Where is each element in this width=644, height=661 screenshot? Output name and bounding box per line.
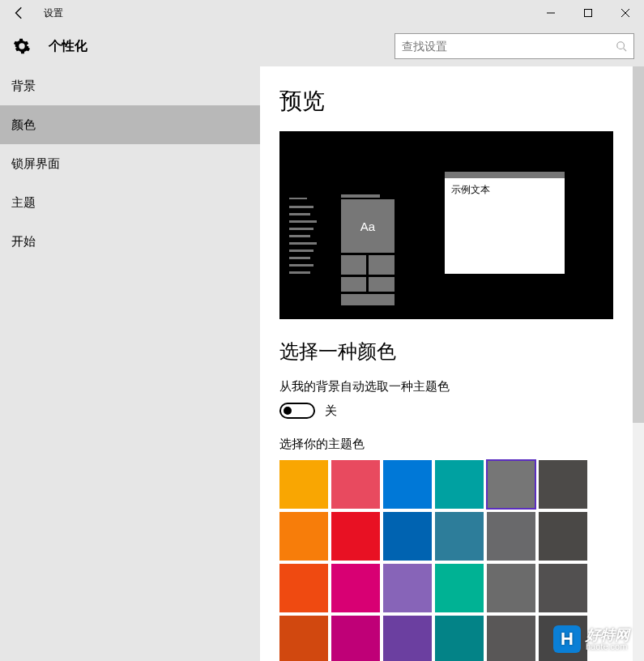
choose-accent-label: 选择你的主题色 <box>279 437 625 452</box>
color-swatch[interactable] <box>383 460 432 509</box>
sidebar-item-colors[interactable]: 颜色 <box>0 105 260 144</box>
color-swatches <box>279 460 594 661</box>
color-swatch[interactable] <box>279 460 328 509</box>
sidebar: 背景 颜色 锁屏界面 主题 开始 <box>0 66 260 661</box>
preview-tile-text: Aa <box>341 199 395 253</box>
color-swatch[interactable] <box>279 564 328 612</box>
color-swatch[interactable] <box>331 616 380 661</box>
preview-sample-text: 示例文本 <box>445 178 565 202</box>
close-button[interactable] <box>607 0 644 26</box>
scrollbar[interactable] <box>633 66 644 661</box>
sidebar-item-lockscreen[interactable]: 锁屏界面 <box>0 144 260 183</box>
color-swatch[interactable] <box>383 564 432 612</box>
color-swatch[interactable] <box>435 616 484 661</box>
preview-pane: Aa 示例文本 <box>279 131 613 319</box>
color-swatch[interactable] <box>331 564 380 612</box>
back-button[interactable] <box>0 0 39 26</box>
svg-point-4 <box>617 42 625 49</box>
window-title: 设置 <box>44 6 63 20</box>
maximize-button[interactable] <box>569 0 607 26</box>
color-swatch[interactable] <box>435 512 484 561</box>
auto-pick-label: 从我的背景自动选取一种主题色 <box>279 379 625 394</box>
color-swatch[interactable] <box>539 512 587 561</box>
auto-pick-toggle[interactable] <box>279 403 315 419</box>
color-swatch[interactable] <box>383 616 432 661</box>
svg-line-5 <box>624 49 627 52</box>
watermark-badge: H <box>553 625 581 653</box>
color-swatch[interactable] <box>487 460 535 509</box>
sidebar-item-themes[interactable]: 主题 <box>0 183 260 222</box>
color-swatch[interactable] <box>279 616 328 661</box>
color-swatch[interactable] <box>279 512 328 561</box>
toggle-state-label: 关 <box>325 403 337 419</box>
watermark: H 好特网 haote.com <box>553 625 629 653</box>
color-swatch[interactable] <box>435 460 484 509</box>
color-swatch[interactable] <box>539 460 587 509</box>
color-swatch[interactable] <box>487 512 535 561</box>
sidebar-item-background[interactable]: 背景 <box>0 66 260 105</box>
scrollbar-thumb[interactable] <box>633 66 644 423</box>
search-input[interactable] <box>402 40 616 53</box>
search-box[interactable] <box>395 33 634 59</box>
gear-icon <box>13 37 31 55</box>
color-swatch[interactable] <box>487 564 535 612</box>
color-swatch[interactable] <box>435 564 484 612</box>
preview-heading: 预览 <box>279 86 625 117</box>
color-swatch[interactable] <box>487 616 535 661</box>
color-swatch[interactable] <box>331 512 380 561</box>
svg-rect-1 <box>585 10 592 17</box>
page-title: 个性化 <box>49 38 87 55</box>
choose-color-heading: 选择一种颜色 <box>279 339 625 365</box>
sidebar-item-start[interactable]: 开始 <box>0 222 260 261</box>
minimize-button[interactable] <box>532 0 569 26</box>
color-swatch[interactable] <box>331 460 380 509</box>
color-swatch[interactable] <box>539 564 587 612</box>
color-swatch[interactable] <box>383 512 432 561</box>
search-icon <box>616 41 627 52</box>
